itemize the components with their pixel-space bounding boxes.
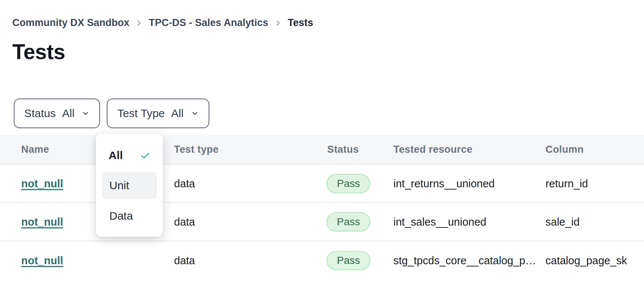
test-type-cell: data [174, 216, 195, 228]
chevron-down-icon [81, 109, 90, 117]
column-cell: sale_id [545, 216, 580, 228]
filter-bar: Status All Test Type All [14, 98, 209, 128]
test-type-filter-label: Test Type [117, 107, 165, 120]
test-name-link[interactable]: not_null [21, 177, 63, 190]
dropdown-option-all[interactable]: All [102, 141, 157, 169]
column-header-status: Status [327, 144, 359, 155]
dropdown-option-label: Data [109, 210, 133, 222]
column-header-name: Name [21, 144, 49, 155]
column-header-column: Column [545, 144, 584, 155]
test-type-dropdown-menu: All Unit Data [96, 134, 163, 237]
status-filter-label: Status [24, 107, 56, 120]
test-type-cell: data [174, 254, 195, 267]
page-title: Tests [12, 39, 65, 64]
status-filter-button[interactable]: Status All [14, 98, 100, 128]
chevron-right-icon [274, 19, 282, 27]
chevron-down-icon [191, 109, 199, 117]
breadcrumb: Community DX Sandbox TPC-DS - Sales Anal… [12, 17, 313, 29]
test-type-filter-value: All [171, 107, 183, 120]
tested-resource-cell: stg_tpcds_core__catalog_p… [393, 254, 536, 267]
dropdown-option-data[interactable]: Data [102, 202, 157, 230]
column-header-tested-resource: Tested resource [393, 144, 473, 155]
breadcrumb-item-project[interactable]: Community DX Sandbox [12, 17, 129, 29]
chevron-right-icon [135, 19, 143, 27]
test-name-link[interactable]: not_null [21, 216, 63, 228]
tested-resource-cell: int_returns__unioned [393, 177, 495, 190]
test-name-link[interactable]: not_null [21, 254, 63, 267]
breadcrumb-item-package[interactable]: TPC-DS - Sales Analytics [149, 17, 268, 29]
tested-resource-cell: int_sales__unioned [393, 216, 486, 228]
check-icon [140, 151, 150, 161]
breadcrumb-item-current: Tests [288, 17, 313, 29]
column-cell: catalog_page_sk [545, 254, 627, 267]
dropdown-option-unit[interactable]: Unit [102, 172, 157, 199]
table-row: not_null data Pass stg_tpcds_core__catal… [0, 241, 644, 280]
test-type-filter-button[interactable]: Test Type All [107, 98, 209, 128]
column-cell: return_id [545, 177, 588, 190]
status-badge: Pass [326, 212, 370, 232]
column-header-test-type: Test type [174, 144, 219, 155]
status-filter-value: All [62, 107, 74, 120]
dropdown-option-label: All [109, 149, 123, 162]
dropdown-option-label: Unit [109, 179, 129, 192]
test-type-cell: data [174, 177, 195, 190]
status-badge: Pass [326, 174, 370, 193]
status-badge: Pass [326, 251, 370, 270]
